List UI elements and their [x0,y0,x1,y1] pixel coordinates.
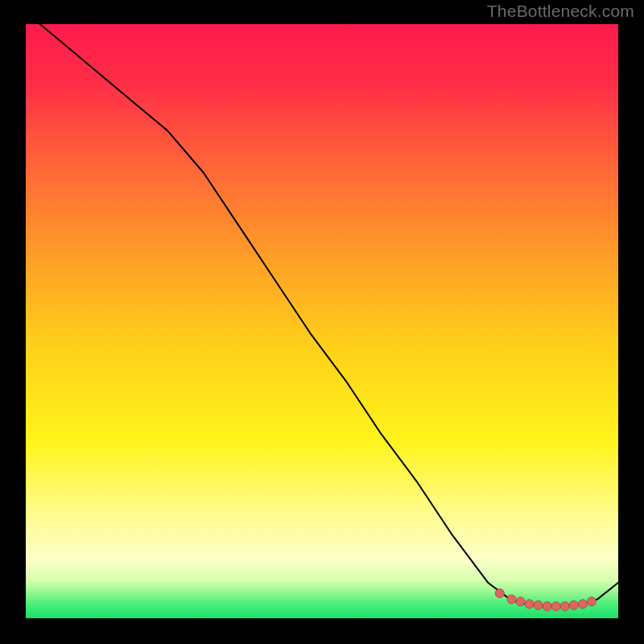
marker-dot [525,600,534,609]
chart-frame: TheBottleneck.com [0,0,644,644]
marker-dot [551,602,560,611]
marker-dot [534,601,543,609]
marker-dot [507,595,516,604]
marker-dot [560,602,569,611]
marker-dot [495,589,504,598]
marker-dot [543,602,551,611]
marker-dot [569,601,578,609]
watermark-text: TheBottleneck.com [487,2,634,21]
highlighted-range-markers [26,24,618,618]
plot-area [26,24,618,618]
marker-dot [516,597,525,606]
marker-dot [587,597,596,606]
marker-dot [578,600,587,609]
